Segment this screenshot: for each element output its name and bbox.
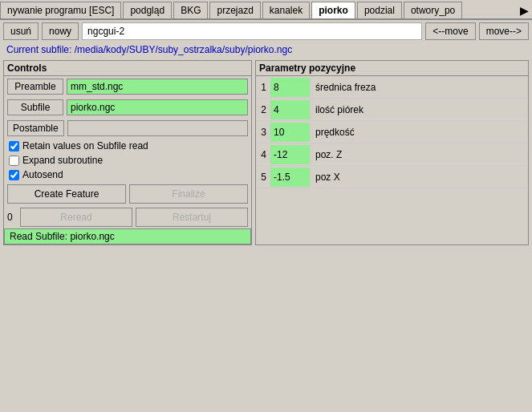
- postamble-row: Postamble: [4, 118, 251, 139]
- tab-podglad[interactable]: podgląd: [123, 2, 172, 18]
- retain-row: Retain values on Subfile read: [4, 139, 251, 153]
- param-desc-5: poz X: [311, 170, 528, 184]
- expand-label: Expand subroutine: [22, 155, 103, 166]
- subfile-input[interactable]: [67, 99, 248, 115]
- tab-piorko[interactable]: piorko: [311, 2, 355, 18]
- preamble-input[interactable]: [67, 79, 248, 95]
- param-desc-4: poz. Z: [311, 147, 528, 162]
- param-row-4: 4 -12 poz. Z: [256, 143, 528, 166]
- finalize-button[interactable]: Finalize: [129, 184, 248, 204]
- param-desc-1: średnica freza: [311, 80, 528, 95]
- param-num-5: 5: [256, 170, 270, 184]
- subfile-button[interactable]: Subfile: [7, 99, 63, 115]
- param-val-1[interactable]: 8: [270, 78, 311, 97]
- subfile-row: Subfile: [4, 97, 251, 118]
- delete-button[interactable]: usuń: [3, 22, 39, 40]
- reread-row: 0 Reread Restartuj: [4, 206, 251, 228]
- param-desc-3: prędkość: [311, 125, 528, 139]
- preamble-button[interactable]: Preamble: [7, 79, 63, 95]
- params-panel: Parametry pozycyjne 1 8 średnica freza 2…: [255, 60, 529, 245]
- preamble-row: Preamble: [4, 76, 251, 97]
- tab-bkg[interactable]: BKG: [173, 2, 208, 18]
- param-val-5[interactable]: -1.5: [270, 168, 311, 187]
- expand-checkbox[interactable]: [9, 156, 19, 166]
- read-subfile-status: Read Subfile: piorko.ngc: [4, 228, 251, 244]
- tab-podzial[interactable]: podzial: [357, 2, 402, 18]
- create-feature-button[interactable]: Create Feature: [7, 184, 126, 204]
- param-row-1: 1 8 średnica freza: [256, 76, 528, 99]
- reread-button[interactable]: Reread: [20, 208, 132, 227]
- tab-bar: nywanie programu [ESC] podgląd BKG przej…: [0, 0, 532, 20]
- param-row-2: 2 4 ilość piórek: [256, 99, 528, 121]
- postamble-button[interactable]: Postamble: [7, 120, 64, 136]
- controls-header: Controls: [4, 61, 251, 76]
- tab-otwory[interactable]: otwory_po: [404, 2, 462, 18]
- autosend-row: Autosend: [4, 168, 251, 182]
- param-val-2[interactable]: 4: [270, 100, 311, 119]
- tab-scroll-right[interactable]: ▶: [517, 2, 532, 18]
- params-header: Parametry pozycyjne: [256, 61, 528, 76]
- tab-kanalek[interactable]: kanalek: [262, 2, 310, 18]
- param-num-3: 3: [256, 125, 270, 139]
- retain-label: Retain values on Subfile read: [22, 140, 148, 151]
- current-subfile-label: Current subfile: /media/kody/SUBY/suby_o…: [0, 42, 532, 57]
- controls-panel: Controls Preamble Subfile Postamble Reta…: [3, 60, 252, 245]
- tab-title: nywanie programu [ESC]: [0, 2, 121, 18]
- param-val-4[interactable]: -12: [270, 145, 311, 164]
- move-fwd-button[interactable]: move-->: [479, 22, 529, 40]
- create-finalize-row: Create Feature Finalize: [4, 182, 251, 206]
- restart-button[interactable]: Restartuj: [136, 208, 248, 227]
- param-row-5: 5 -1.5 poz X: [256, 166, 528, 188]
- reread-count: 0: [7, 212, 17, 223]
- param-num-2: 2: [256, 103, 270, 117]
- tab-przejazd[interactable]: przejazd: [209, 2, 260, 18]
- autosend-checkbox[interactable]: [9, 170, 19, 180]
- retain-checkbox[interactable]: [9, 141, 19, 151]
- filename-display: ngcgui-2: [82, 22, 422, 40]
- postamble-input[interactable]: [67, 120, 248, 136]
- main-content: Controls Preamble Subfile Postamble Reta…: [0, 57, 532, 248]
- param-row-3: 3 10 prędkość: [256, 121, 528, 143]
- expand-row: Expand subroutine: [4, 153, 251, 168]
- move-back-button[interactable]: <--move: [425, 22, 475, 40]
- toolbar: usuń nowy ngcgui-2 <--move move-->: [0, 20, 532, 42]
- autosend-label: Autosend: [22, 169, 63, 180]
- param-num-1: 1: [256, 80, 270, 95]
- param-val-3[interactable]: 10: [270, 123, 311, 142]
- param-desc-2: ilość piórek: [311, 103, 528, 117]
- param-num-4: 4: [256, 147, 270, 162]
- new-button[interactable]: nowy: [42, 22, 79, 40]
